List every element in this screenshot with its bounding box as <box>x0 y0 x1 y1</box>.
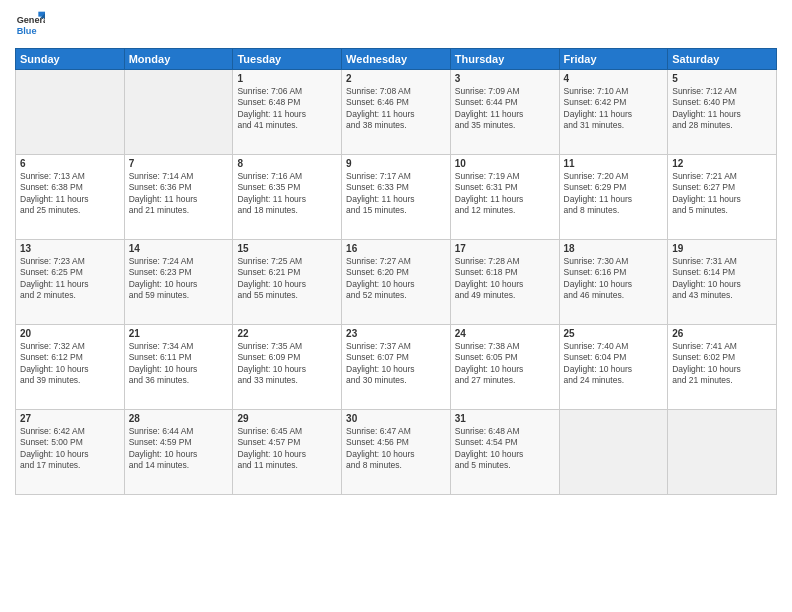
cell-info: Sunrise: 7:37 AM Sunset: 6:07 PM Dayligh… <box>346 341 446 387</box>
cell-info: Sunrise: 7:20 AM Sunset: 6:29 PM Dayligh… <box>564 171 664 217</box>
cell-day-number: 26 <box>672 328 772 339</box>
cell-day-number: 1 <box>237 73 337 84</box>
calendar-header: SundayMondayTuesdayWednesdayThursdayFrid… <box>16 49 777 70</box>
calendar-cell: 7Sunrise: 7:14 AM Sunset: 6:36 PM Daylig… <box>124 155 233 240</box>
calendar-cell: 17Sunrise: 7:28 AM Sunset: 6:18 PM Dayli… <box>450 240 559 325</box>
cell-day-number: 20 <box>20 328 120 339</box>
cell-day-number: 4 <box>564 73 664 84</box>
calendar-cell: 21Sunrise: 7:34 AM Sunset: 6:11 PM Dayli… <box>124 325 233 410</box>
cell-day-number: 22 <box>237 328 337 339</box>
cell-day-number: 31 <box>455 413 555 424</box>
cell-day-number: 13 <box>20 243 120 254</box>
cell-info: Sunrise: 6:44 AM Sunset: 4:59 PM Dayligh… <box>129 426 229 472</box>
cell-info: Sunrise: 7:09 AM Sunset: 6:44 PM Dayligh… <box>455 86 555 132</box>
calendar-cell: 18Sunrise: 7:30 AM Sunset: 6:16 PM Dayli… <box>559 240 668 325</box>
calendar-cell: 4Sunrise: 7:10 AM Sunset: 6:42 PM Daylig… <box>559 70 668 155</box>
cell-info: Sunrise: 7:27 AM Sunset: 6:20 PM Dayligh… <box>346 256 446 302</box>
calendar-cell: 28Sunrise: 6:44 AM Sunset: 4:59 PM Dayli… <box>124 410 233 495</box>
calendar-table: SundayMondayTuesdayWednesdayThursdayFrid… <box>15 48 777 495</box>
weekday-header: Tuesday <box>233 49 342 70</box>
calendar-cell: 16Sunrise: 7:27 AM Sunset: 6:20 PM Dayli… <box>342 240 451 325</box>
cell-info: Sunrise: 7:06 AM Sunset: 6:48 PM Dayligh… <box>237 86 337 132</box>
cell-day-number: 11 <box>564 158 664 169</box>
cell-day-number: 27 <box>20 413 120 424</box>
calendar-cell <box>16 70 125 155</box>
calendar-week-row: 6Sunrise: 7:13 AM Sunset: 6:38 PM Daylig… <box>16 155 777 240</box>
calendar-week-row: 27Sunrise: 6:42 AM Sunset: 5:00 PM Dayli… <box>16 410 777 495</box>
cell-day-number: 15 <box>237 243 337 254</box>
cell-day-number: 6 <box>20 158 120 169</box>
calendar-cell: 23Sunrise: 7:37 AM Sunset: 6:07 PM Dayli… <box>342 325 451 410</box>
cell-day-number: 5 <box>672 73 772 84</box>
cell-day-number: 19 <box>672 243 772 254</box>
calendar-cell <box>668 410 777 495</box>
calendar-cell: 20Sunrise: 7:32 AM Sunset: 6:12 PM Dayli… <box>16 325 125 410</box>
cell-day-number: 21 <box>129 328 229 339</box>
cell-info: Sunrise: 7:17 AM Sunset: 6:33 PM Dayligh… <box>346 171 446 217</box>
cell-info: Sunrise: 7:32 AM Sunset: 6:12 PM Dayligh… <box>20 341 120 387</box>
calendar-cell: 24Sunrise: 7:38 AM Sunset: 6:05 PM Dayli… <box>450 325 559 410</box>
calendar-cell <box>124 70 233 155</box>
cell-info: Sunrise: 7:19 AM Sunset: 6:31 PM Dayligh… <box>455 171 555 217</box>
cell-day-number: 17 <box>455 243 555 254</box>
calendar-cell: 12Sunrise: 7:21 AM Sunset: 6:27 PM Dayli… <box>668 155 777 240</box>
calendar-cell: 5Sunrise: 7:12 AM Sunset: 6:40 PM Daylig… <box>668 70 777 155</box>
calendar-cell: 2Sunrise: 7:08 AM Sunset: 6:46 PM Daylig… <box>342 70 451 155</box>
cell-info: Sunrise: 7:13 AM Sunset: 6:38 PM Dayligh… <box>20 171 120 217</box>
calendar-week-row: 13Sunrise: 7:23 AM Sunset: 6:25 PM Dayli… <box>16 240 777 325</box>
cell-day-number: 25 <box>564 328 664 339</box>
cell-info: Sunrise: 7:16 AM Sunset: 6:35 PM Dayligh… <box>237 171 337 217</box>
svg-text:General: General <box>17 15 45 25</box>
calendar-cell: 9Sunrise: 7:17 AM Sunset: 6:33 PM Daylig… <box>342 155 451 240</box>
cell-info: Sunrise: 6:42 AM Sunset: 5:00 PM Dayligh… <box>20 426 120 472</box>
weekday-header: Monday <box>124 49 233 70</box>
cell-info: Sunrise: 7:40 AM Sunset: 6:04 PM Dayligh… <box>564 341 664 387</box>
cell-day-number: 28 <box>129 413 229 424</box>
cell-info: Sunrise: 7:41 AM Sunset: 6:02 PM Dayligh… <box>672 341 772 387</box>
logo-icon: General Blue <box>15 10 45 40</box>
cell-info: Sunrise: 7:28 AM Sunset: 6:18 PM Dayligh… <box>455 256 555 302</box>
cell-day-number: 12 <box>672 158 772 169</box>
calendar-cell: 8Sunrise: 7:16 AM Sunset: 6:35 PM Daylig… <box>233 155 342 240</box>
calendar-cell: 29Sunrise: 6:45 AM Sunset: 4:57 PM Dayli… <box>233 410 342 495</box>
cell-day-number: 14 <box>129 243 229 254</box>
cell-info: Sunrise: 7:23 AM Sunset: 6:25 PM Dayligh… <box>20 256 120 302</box>
cell-info: Sunrise: 7:14 AM Sunset: 6:36 PM Dayligh… <box>129 171 229 217</box>
cell-info: Sunrise: 7:08 AM Sunset: 6:46 PM Dayligh… <box>346 86 446 132</box>
cell-day-number: 3 <box>455 73 555 84</box>
calendar-cell: 19Sunrise: 7:31 AM Sunset: 6:14 PM Dayli… <box>668 240 777 325</box>
cell-info: Sunrise: 7:30 AM Sunset: 6:16 PM Dayligh… <box>564 256 664 302</box>
cell-info: Sunrise: 6:48 AM Sunset: 4:54 PM Dayligh… <box>455 426 555 472</box>
cell-day-number: 24 <box>455 328 555 339</box>
cell-day-number: 16 <box>346 243 446 254</box>
calendar-cell <box>559 410 668 495</box>
cell-info: Sunrise: 7:21 AM Sunset: 6:27 PM Dayligh… <box>672 171 772 217</box>
header: General Blue <box>15 10 777 40</box>
cell-info: Sunrise: 7:25 AM Sunset: 6:21 PM Dayligh… <box>237 256 337 302</box>
calendar-week-row: 20Sunrise: 7:32 AM Sunset: 6:12 PM Dayli… <box>16 325 777 410</box>
cell-info: Sunrise: 7:24 AM Sunset: 6:23 PM Dayligh… <box>129 256 229 302</box>
calendar-cell: 25Sunrise: 7:40 AM Sunset: 6:04 PM Dayli… <box>559 325 668 410</box>
weekday-header: Friday <box>559 49 668 70</box>
calendar-cell: 26Sunrise: 7:41 AM Sunset: 6:02 PM Dayli… <box>668 325 777 410</box>
logo: General Blue <box>15 10 49 40</box>
cell-info: Sunrise: 7:35 AM Sunset: 6:09 PM Dayligh… <box>237 341 337 387</box>
cell-info: Sunrise: 6:45 AM Sunset: 4:57 PM Dayligh… <box>237 426 337 472</box>
cell-day-number: 8 <box>237 158 337 169</box>
cell-day-number: 7 <box>129 158 229 169</box>
calendar-cell: 22Sunrise: 7:35 AM Sunset: 6:09 PM Dayli… <box>233 325 342 410</box>
cell-day-number: 18 <box>564 243 664 254</box>
calendar-cell: 15Sunrise: 7:25 AM Sunset: 6:21 PM Dayli… <box>233 240 342 325</box>
cell-day-number: 10 <box>455 158 555 169</box>
weekday-header: Wednesday <box>342 49 451 70</box>
calendar-week-row: 1Sunrise: 7:06 AM Sunset: 6:48 PM Daylig… <box>16 70 777 155</box>
cell-info: Sunrise: 7:34 AM Sunset: 6:11 PM Dayligh… <box>129 341 229 387</box>
calendar-cell: 30Sunrise: 6:47 AM Sunset: 4:56 PM Dayli… <box>342 410 451 495</box>
cell-info: Sunrise: 6:47 AM Sunset: 4:56 PM Dayligh… <box>346 426 446 472</box>
cell-day-number: 29 <box>237 413 337 424</box>
cell-info: Sunrise: 7:12 AM Sunset: 6:40 PM Dayligh… <box>672 86 772 132</box>
cell-info: Sunrise: 7:10 AM Sunset: 6:42 PM Dayligh… <box>564 86 664 132</box>
svg-text:Blue: Blue <box>17 26 37 36</box>
calendar-cell: 6Sunrise: 7:13 AM Sunset: 6:38 PM Daylig… <box>16 155 125 240</box>
calendar-cell: 1Sunrise: 7:06 AM Sunset: 6:48 PM Daylig… <box>233 70 342 155</box>
